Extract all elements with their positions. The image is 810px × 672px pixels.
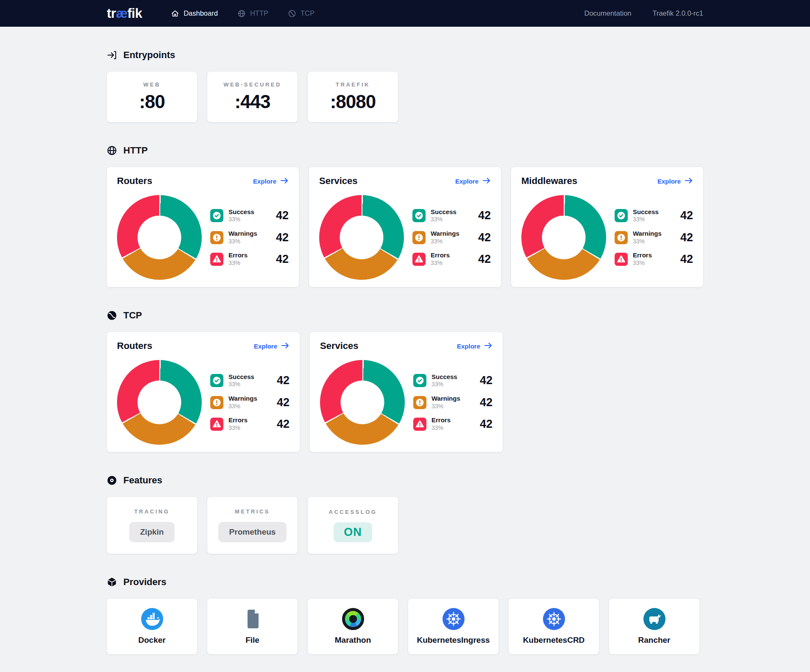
entrypoint-port: :80 [139,91,165,112]
legend-row-success: Success33% 42 [210,373,289,388]
logo-part: fik [127,6,142,21]
provider-card-docker: Docker [107,599,197,654]
legend-row-errors: Errors33% 42 [210,416,289,432]
legend-row-warnings: Warnings33% 42 [413,395,493,410]
provider-label: KubernetesCRD [523,636,585,645]
provider-label: Docker [138,636,165,645]
legend-percent: 33% [431,216,456,223]
http-routers-card: Routers Explore Success33% 42 [107,167,299,287]
legend-label: Warnings [228,395,257,403]
legend-label: Errors [228,416,248,424]
disc-icon [107,475,117,485]
cube-icon [107,577,117,587]
legend-percent: 33% [633,238,662,245]
chart-legend: Success33% 42 Warnings33% 42 Errors33% 4… [412,208,491,267]
error-icon [615,253,628,266]
legend-percent: 33% [228,238,257,245]
features-cards: TRACING Zipkin METRICS Prometheus ACCESS… [107,497,703,554]
legend-label: Warnings [431,230,459,238]
section-title: Features [123,475,162,486]
feature-value-chip: ON [334,522,372,542]
explore-link[interactable]: Explore [657,177,693,185]
feature-card-accesslog: ACCESSLOG ON [308,497,398,554]
legend-count: 42 [478,253,491,266]
arrow-right-icon [281,342,289,350]
success-icon [210,209,223,222]
logo-part: æ [116,6,127,21]
explore-label: Explore [455,178,479,185]
legend-percent: 33% [431,403,460,410]
tcp-section-header: TCP [107,310,703,321]
chart-legend: Success33% 42 Warnings33% 42 Errors33% 4… [615,208,693,267]
error-icon [413,418,426,431]
navbar-right: Documentation Traefik 2.0.0-rc1 [585,9,704,17]
arrow-right-icon [484,342,493,350]
feature-card-metrics: METRICS Prometheus [207,497,298,554]
donut-chart [521,195,606,280]
legend-row-success: Success33% 42 [412,208,491,223]
provider-card-kubernetes-ingress: KubernetesIngress [408,599,498,654]
legend-percent: 33% [431,238,459,245]
card-title: Services [320,340,359,351]
legend-percent: 33% [431,259,450,267]
feature-value-chip: Prometheus [218,522,287,542]
entrypoint-name: WEB-SECURED [223,81,281,88]
success-icon [413,374,426,387]
legend-count: 42 [680,209,693,222]
success-icon [210,374,223,387]
entrypoint-card-web-secured: WEB-SECURED :443 [207,72,298,122]
explore-label: Explore [254,343,277,350]
entrypoints-cards: WEB :80 WEB-SECURED :443 TRAEFIK :8080 [107,72,703,122]
card-title: Routers [117,176,152,187]
explore-link[interactable]: Explore [253,177,289,185]
provider-label: KubernetesIngress [417,636,490,645]
provider-label: Rancher [638,636,670,645]
legend-count: 42 [480,396,493,409]
tcp-routers-card: Routers Explore Success33% 42 [107,332,300,452]
explore-link[interactable]: Explore [254,342,289,350]
kubernetes-icon [443,608,465,630]
nav-item-http[interactable]: HTTP [237,9,268,18]
feature-name: METRICS [235,508,270,515]
legend-count: 42 [480,374,493,387]
donut-chart [319,195,404,280]
explore-link[interactable]: Explore [455,177,491,185]
legend-count: 42 [277,374,289,387]
rancher-icon [643,608,665,630]
feature-name: ACCESSLOG [329,509,377,515]
legend-percent: 33% [228,424,248,432]
legend-label: Success [228,373,254,381]
nav-item-tcp[interactable]: TCP [288,9,315,18]
home-icon [171,9,179,18]
legend-count: 42 [276,253,289,266]
nav-item-dashboard[interactable]: Dashboard [171,9,218,18]
legend-row-errors: Errors33% 42 [413,416,493,432]
chart-legend: Success33% 42 Warnings33% 42 Errors33% 4… [413,373,493,432]
logo-part: tr [107,6,116,21]
docker-icon [141,608,163,630]
legend-row-warnings: Warnings33% 42 [615,230,693,245]
provider-card-rancher: Rancher [609,599,699,654]
traefik-logo[interactable]: træfik [107,6,142,21]
feature-name: TRACING [134,508,170,515]
legend-count: 42 [276,231,289,244]
features-section-header: Features [107,475,703,486]
marathon-icon [342,608,364,630]
main-nav: Dashboard HTTP TCP [171,9,315,18]
arrow-right-icon [685,177,693,185]
chart-legend: Success33% 42 Warnings33% 42 Errors33% 4… [210,208,289,267]
feature-card-tracing: TRACING Zipkin [107,497,197,554]
feature-value-chip: Zipkin [129,522,175,542]
documentation-link[interactable]: Documentation [585,9,632,17]
legend-row-errors: Errors33% 42 [615,251,693,267]
http-services-card: Services Explore Success33% 42 [309,167,501,287]
card-title: Services [319,176,358,187]
entrypoint-name: TRAEFIK [336,81,370,88]
explore-link[interactable]: Explore [457,342,493,350]
success-icon [615,209,628,222]
login-icon [107,50,117,60]
http-section-header: HTTP [107,145,703,156]
legend-percent: 33% [431,381,457,388]
providers-cards: Docker File Marathon KubernetesIngress K… [107,599,703,654]
nav-item-label: HTTP [250,9,268,17]
